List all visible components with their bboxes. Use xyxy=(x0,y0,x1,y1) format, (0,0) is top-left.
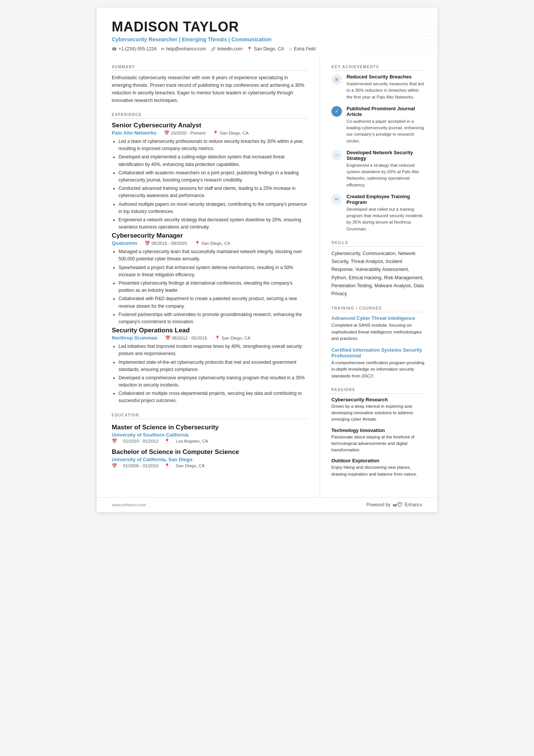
experience-title: EXPERIENCE xyxy=(112,113,308,119)
phone-value: +1-(234)-555-1234 xyxy=(119,46,156,52)
achievement-1-content: Reduced Security Breaches Implemented se… xyxy=(347,74,426,100)
achievement-4-icon: ✏ xyxy=(331,194,342,205)
passion-2: Technology Innovation Passionate about s… xyxy=(331,427,426,454)
achievement-1-title: Reduced Security Breaches xyxy=(347,74,426,80)
job-2-bullet-1: Managed a cybersecurity team that succes… xyxy=(119,248,308,263)
calendar-icon-2: 📅 xyxy=(145,241,150,246)
resume-container: MADISON TAYLOR Cybersecurity Researcher … xyxy=(97,8,437,512)
job-3: Security Operations Lead Northrop Grumma… xyxy=(112,327,308,405)
footer-brand: Powered by ∞♡ Enhancv xyxy=(367,501,422,509)
job-2-bullet-2: Spearheaded a project that enhanced syst… xyxy=(119,264,308,279)
location-icon-1: 📍 xyxy=(213,130,218,136)
degree-1-date: 01/2010 - 01/2012 xyxy=(123,439,158,443)
degree-1-school: University of Southern California xyxy=(112,432,308,438)
contact-extra: ☆ Extra Field xyxy=(289,46,315,52)
passion-1: Cybersecurity Research Driven by a deep … xyxy=(331,397,426,423)
passions-title: PASSIONS xyxy=(331,388,426,394)
star-icon: ☆ xyxy=(289,47,292,52)
passion-3: Outdoor Exploration Enjoy hiking and dis… xyxy=(331,458,426,477)
achievement-3: ☆ Developed Network Security Strategy En… xyxy=(331,150,426,188)
job-2-location: 📍 San Diego, CA xyxy=(195,241,230,246)
job-1: Senior Cybersecurity Analyst Palo Alto N… xyxy=(112,122,308,231)
achievement-2-desc: Co-authored a paper accepted in a leadin… xyxy=(347,118,426,144)
job-1-location: 📍 San Diego, CA xyxy=(213,130,248,136)
job-1-company: Palo Alto Networks xyxy=(112,130,156,136)
job-1-bullet-5: Authored multiple papers on novel securi… xyxy=(119,201,308,215)
right-column: KEY ACHIEVEMENTS ⛨ Reduced Security Brea… xyxy=(320,57,437,497)
training-1-title: Advanced Cyber Threat Intelligence xyxy=(331,315,426,321)
training-1: Advanced Cyber Threat Intelligence Compl… xyxy=(331,315,426,342)
job-2-bullet-4: Collaborated with R&D department to crea… xyxy=(119,295,308,310)
degree-2-date: 01/2006 - 01/2010 xyxy=(123,463,158,468)
main-layout: SUMMARY Enthusiastic cybersecurity resea… xyxy=(97,57,437,497)
calendar-icon-3: 📅 xyxy=(165,335,170,341)
job-3-meta: Northrop Grumman 📅 08/2012 - 05/2015 📍 S… xyxy=(112,335,308,341)
job-2-bullets: Managed a cybersecurity team that succes… xyxy=(112,248,308,326)
training-2-title: Certified Information Systems Security P… xyxy=(331,347,426,358)
degree-1-location: Los Angeles, CA xyxy=(176,439,208,443)
achievement-4-title: Created Employee Training Program xyxy=(347,194,426,205)
linkedin-icon: 🔗 xyxy=(211,47,216,52)
passion-2-desc: Passionate about staying at the forefron… xyxy=(331,434,426,454)
brand-logo: ∞♡ xyxy=(393,501,402,509)
email-value: help@enhancv.com xyxy=(166,46,206,52)
summary-title: SUMMARY xyxy=(112,65,308,71)
summary-section: SUMMARY Enthusiastic cybersecurity resea… xyxy=(112,65,308,104)
job-3-location: 📍 San Diego, CA xyxy=(215,335,250,341)
training-2: Certified Information Systems Security P… xyxy=(331,347,426,379)
edu-date-icon-1: 📅 xyxy=(112,438,117,444)
training-section: TRAINING / COURSES Advanced Cyber Threat… xyxy=(331,306,426,379)
job-1-bullets: Led a team of cybersecurity professional… xyxy=(112,138,308,231)
linkedin-value: linkedin.com xyxy=(217,46,243,52)
job-1-title: Senior Cybersecurity Analyst xyxy=(112,122,308,129)
edu-date-icon-2: 📅 xyxy=(112,463,117,468)
passion-3-title: Outdoor Exploration xyxy=(331,458,426,463)
skills-text: Cybersecurity, Communication, Network Se… xyxy=(331,250,426,298)
edu-loc-icon-1: 📍 xyxy=(164,438,170,444)
degree-2: Bachelor of Science in Computer Science … xyxy=(112,448,308,468)
contact-location: 📍 San Diego, CA xyxy=(247,46,284,52)
passion-3-desc: Enjoy hiking and discovering new places,… xyxy=(331,464,426,477)
location-value: San Diego, CA xyxy=(254,46,284,52)
training-2-desc: A comprehensive certification program pr… xyxy=(331,360,426,379)
job-1-bullet-2: Developed and implemented a cutting-edge… xyxy=(119,153,308,168)
phone-icon: ☎ xyxy=(112,47,117,52)
candidate-tagline: Cybersecurity Researcher | Emerging Thre… xyxy=(112,36,422,42)
footer-website: www.enhancv.com xyxy=(112,502,146,507)
degree-1-meta: 📅 01/2010 - 01/2012 📍 Los Angeles, CA xyxy=(112,438,308,444)
candidate-name: MADISON TAYLOR xyxy=(112,19,422,35)
contact-email: ✉ help@enhancv.com xyxy=(161,46,206,52)
email-icon: ✉ xyxy=(161,47,164,52)
achievements-section: KEY ACHIEVEMENTS ⛨ Reduced Security Brea… xyxy=(331,65,426,232)
passion-1-title: Cybersecurity Research xyxy=(331,397,426,402)
job-3-bullets: Led initiatives that improved incident r… xyxy=(112,343,308,405)
training-title: TRAINING / COURSES xyxy=(331,306,426,312)
footer: www.enhancv.com Powered by ∞♡ Enhancv xyxy=(97,497,437,512)
achievement-2-title: Published Prominent Journal Article xyxy=(347,106,426,117)
achievement-4: ✏ Created Employee Training Program Deve… xyxy=(331,194,426,232)
achievement-4-desc: Developed and rolled out a training prog… xyxy=(347,206,426,232)
job-3-bullet-3: Developed a comprehensive employee cyber… xyxy=(119,374,308,389)
achievement-1: ⛨ Reduced Security Breaches Implemented … xyxy=(331,74,426,100)
achievement-1-icon: ⛨ xyxy=(331,74,342,85)
achievement-3-icon: ☆ xyxy=(331,150,342,161)
job-3-date: 📅 08/2012 - 05/2015 xyxy=(165,335,207,341)
degree-2-title: Bachelor of Science in Computer Science xyxy=(112,448,308,456)
edu-loc-icon-2: 📍 xyxy=(164,463,170,468)
training-1-desc: Completed at SANS Institute, focusing on… xyxy=(331,322,426,342)
job-2-bullet-3: Presented cybersecurity findings at inte… xyxy=(119,280,308,294)
skills-title: SKILLS xyxy=(331,241,426,247)
left-column: SUMMARY Enthusiastic cybersecurity resea… xyxy=(97,57,320,497)
achievement-4-content: Created Employee Training Program Develo… xyxy=(347,194,426,232)
achievement-1-desc: Implemented security measures that led t… xyxy=(347,81,426,100)
degree-2-location: San Diego, CA xyxy=(176,463,205,468)
job-2-date: 📅 06/2015 - 09/2020 xyxy=(145,241,187,246)
contact-linkedin: 🔗 linkedin.com xyxy=(211,46,243,52)
achievement-2-icon: ✓ xyxy=(331,106,342,117)
degree-1: Master of Science in Cybersecurity Unive… xyxy=(112,424,308,444)
job-3-company: Northrop Grumman xyxy=(112,335,158,341)
achievement-3-title: Developed Network Security Strategy xyxy=(347,150,426,161)
passion-2-title: Technology Innovation xyxy=(331,427,426,433)
experience-section: EXPERIENCE Senior Cybersecurity Analyst … xyxy=(112,113,308,405)
achievements-title: KEY ACHIEVEMENTS xyxy=(331,65,426,71)
